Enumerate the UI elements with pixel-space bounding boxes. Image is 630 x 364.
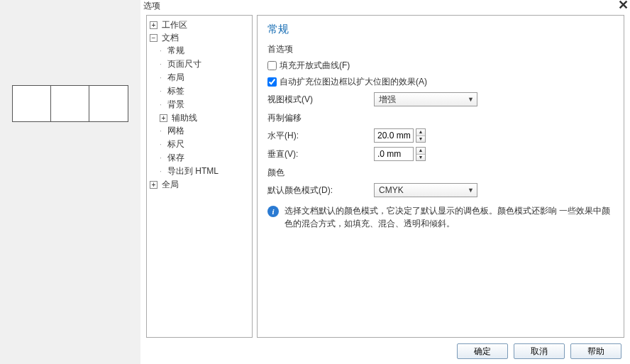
tree-item-save[interactable]: 保存 (167, 151, 184, 164)
document-preview-panel (0, 0, 140, 364)
thumbnail-cell (89, 86, 128, 121)
vertical-label: 垂直(V): (267, 148, 374, 160)
vertical-spinner[interactable]: ▲ ▼ (374, 147, 426, 161)
horizontal-label: 水平(H): (267, 130, 374, 142)
tree-item-general[interactable]: 常规 (167, 44, 184, 57)
info-message: i 选择文档默认的颜色模式，它决定了默认显示的调色板。颜色模式还影响 一些效果中… (267, 204, 614, 230)
tree-bullet-icon: · (160, 85, 165, 98)
horizontal-input[interactable] (374, 128, 414, 143)
tree-item-page-size[interactable]: 页面尺寸 (167, 57, 201, 70)
ok-button[interactable]: 确定 (457, 343, 508, 359)
cancel-button[interactable]: 取消 (514, 343, 565, 359)
section-heading: 常规 (267, 23, 614, 36)
thumbnail-cell (13, 86, 51, 121)
tree-bullet-icon: · (160, 72, 165, 84)
collapse-icon[interactable]: − (150, 34, 158, 42)
default-color-mode-select[interactable]: CMYK ▼ (374, 183, 477, 197)
expand-icon[interactable]: + (150, 21, 158, 29)
expand-icon[interactable]: + (160, 114, 167, 122)
default-color-mode-label: 默认颜色模式(D): (267, 184, 374, 197)
vertical-input[interactable] (374, 147, 414, 161)
tree-item-labels[interactable]: 标签 (167, 84, 184, 97)
tree-item-workspace[interactable]: 工作区 (162, 18, 187, 31)
info-text: 选择文档默认的颜色模式，它决定了默认显示的调色板。颜色模式还影响 一些效果中颜色… (284, 204, 614, 230)
tree-bullet-icon: · (160, 58, 165, 71)
spin-down-icon[interactable]: ▼ (416, 155, 425, 161)
view-mode-select[interactable]: 增强 ▼ (374, 92, 477, 106)
tree-item-rulers[interactable]: 标尺 (167, 138, 184, 150)
category-tree-panel: + 工作区 − 文档 ·常规 ·页面尺寸 ·布局 ·标签 ·背景 (146, 15, 253, 338)
dialog-title-bar: 选项 ✕ (140, 0, 630, 12)
tree-bullet-icon: · (160, 125, 165, 138)
color-group-label: 颜色 (267, 167, 614, 179)
view-mode-label: 视图模式(V) (267, 94, 374, 106)
tree-bullet-icon: · (160, 99, 165, 111)
tree-bullet-icon: · (160, 45, 165, 57)
fill-open-curves-checkbox-label[interactable]: 填充开放式曲线(F) (267, 60, 350, 72)
preferences-group-label: 首选项 (267, 43, 614, 55)
fill-open-curves-checkbox[interactable] (267, 61, 277, 70)
thumbnail-grid (12, 85, 128, 122)
close-icon[interactable]: ✕ (618, 0, 629, 11)
auto-expand-bitmap-text: 自动扩充位图边框以扩大位图的效果(A) (280, 76, 427, 88)
tree-item-grid[interactable]: 网格 (167, 124, 184, 137)
category-tree[interactable]: + 工作区 − 文档 ·常规 ·页面尺寸 ·布局 ·标签 ·背景 (148, 18, 250, 191)
tree-bullet-icon: · (160, 138, 165, 151)
tree-item-background[interactable]: 背景 (167, 98, 184, 111)
chevron-down-icon: ▼ (468, 96, 474, 103)
tree-bullet-icon: · (160, 165, 165, 178)
auto-expand-bitmap-checkbox[interactable] (267, 77, 277, 87)
horizontal-spinner[interactable]: ▲ ▼ (374, 128, 426, 143)
dialog-title: 选项 (143, 0, 160, 12)
chevron-down-icon: ▼ (468, 187, 474, 194)
fill-open-curves-text: 填充开放式曲线(F) (280, 60, 350, 72)
options-dialog: 选项 ✕ + 工作区 − 文档 ·常规 (140, 0, 630, 364)
info-icon: i (267, 206, 279, 217)
redraw-offset-group-label: 再制偏移 (267, 112, 614, 124)
spin-up-icon[interactable]: ▲ (416, 148, 425, 155)
view-mode-value: 增强 (379, 94, 396, 106)
spin-up-icon[interactable]: ▲ (416, 129, 425, 136)
tree-item-export-html[interactable]: 导出到 HTML (167, 165, 219, 177)
default-color-mode-value: CMYK (379, 185, 404, 195)
dialog-button-bar: 确定 取消 帮助 (140, 338, 630, 364)
thumbnail-cell (51, 86, 89, 121)
tree-item-guides[interactable]: 辅助线 (172, 111, 197, 124)
expand-icon[interactable]: + (150, 181, 158, 189)
help-button[interactable]: 帮助 (570, 343, 621, 359)
tree-item-layout[interactable]: 布局 (167, 71, 184, 84)
spin-down-icon[interactable]: ▼ (416, 136, 425, 143)
tree-item-global[interactable]: 全局 (162, 178, 179, 191)
auto-expand-bitmap-checkbox-label[interactable]: 自动扩充位图边框以扩大位图的效果(A) (267, 76, 427, 88)
tree-bullet-icon: · (160, 152, 165, 165)
tree-item-document[interactable]: 文档 (162, 31, 179, 44)
settings-content-panel: 常规 首选项 填充开放式曲线(F) 自动扩充位图边框以扩大位图的效果(A) 视 (257, 15, 624, 338)
